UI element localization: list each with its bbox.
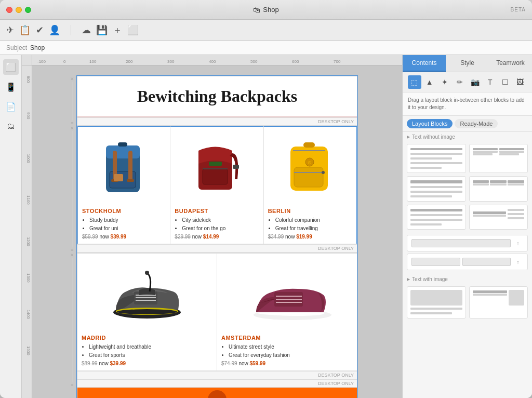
block-single-col[interactable]	[407, 144, 466, 173]
email-canvas: ✕ ≡ Bewitching Backpacks DESKTOP ONLY	[77, 76, 357, 398]
backpacks-section-wrapper: ✕ ≡	[77, 126, 357, 253]
app-icon: 🛍	[253, 6, 260, 14]
marker-lines-header: ≡	[71, 121, 73, 126]
maximize-button[interactable]	[25, 7, 31, 13]
block-img-right[interactable]	[469, 286, 528, 319]
feature-item: Great for travelling	[275, 224, 352, 233]
product-features-madrid: Lightweight and breathable Great for spo…	[82, 343, 212, 360]
blocks-grid-2	[403, 283, 532, 322]
toolbar-icons-2: ☁ 💾 ＋ ⬜	[82, 24, 139, 36]
ruler-tick: 600	[292, 59, 299, 64]
ruler-tick: 1300	[26, 273, 31, 283]
product-cell-budapest: BUDAPEST City sidekick Great for on the …	[170, 126, 263, 244]
product-name-berlin: BERLIN	[268, 208, 352, 214]
sidebar-doc-icon[interactable]: 📄	[3, 99, 19, 114]
blocks-grid-1	[403, 141, 532, 233]
amsterdam-shoe-svg	[241, 263, 334, 325]
marker-x-shoes[interactable]: ✕	[70, 253, 74, 258]
block-wide-left[interactable]	[407, 205, 466, 230]
title-bar: 🛍 Shop BETA	[0, 0, 532, 20]
tab-style[interactable]: Style	[446, 55, 489, 72]
email-title: Bewitching Backpacks	[88, 87, 347, 106]
close-button[interactable]	[6, 7, 12, 13]
svg-rect-19	[303, 142, 315, 148]
ruler-tick: 800	[26, 76, 31, 83]
tab-ready-made[interactable]: Ready-Made	[455, 119, 498, 128]
cloud-icon[interactable]: ☁	[82, 24, 91, 36]
svg-rect-12	[233, 165, 239, 169]
block-three-col[interactable]	[469, 176, 528, 202]
sidebar-desktop-icon[interactable]: ⬜	[3, 59, 19, 75]
check-icon[interactable]: ✔	[36, 24, 44, 36]
beta-badge: BETA	[511, 7, 526, 12]
tab-contents[interactable]: Contents	[403, 55, 446, 72]
blocks-grid-buttons: ↑ ↑	[403, 233, 532, 272]
block-full-text[interactable]	[407, 176, 466, 202]
product-cell-stockholm: STOCKHOLM Study buddy Great for uni $59.…	[77, 126, 170, 244]
marker-x-header[interactable]: ✕	[70, 76, 74, 82]
photo-icon-btn[interactable]: 📷	[468, 75, 482, 89]
subject-value[interactable]: Shop	[30, 44, 45, 51]
ruler-horizontal: -100 0 100 200 300 400 500 600 700	[32, 55, 402, 65]
add-icon[interactable]: ＋	[113, 24, 122, 36]
minimize-button[interactable]	[16, 7, 22, 13]
desktop-only-bar-4: DESKTOP ONLY	[77, 379, 357, 388]
navigation-icon[interactable]: ✈	[6, 24, 14, 36]
layers-icon[interactable]: 📋	[19, 24, 31, 36]
footer-graphic	[196, 389, 238, 399]
sidebar-layers-icon[interactable]: 🗂	[3, 118, 19, 134]
ruler-tick: 1500	[26, 346, 31, 355]
view-icon[interactable]: ⬜	[127, 24, 139, 36]
contact-icon[interactable]: 👤	[49, 24, 60, 36]
svg-rect-8	[114, 174, 123, 181]
sidebar-mobile-icon[interactable]: 📱	[3, 79, 19, 95]
box-icon-btn[interactable]: ☐	[498, 75, 512, 89]
section-label-text-with-image: Text with image	[403, 274, 532, 283]
canvas-scroll[interactable]: ✕ ≡ Bewitching Backpacks DESKTOP ONLY	[32, 65, 402, 398]
block-img-left[interactable]	[407, 286, 466, 319]
text-icon-btn[interactable]: T	[483, 75, 497, 89]
price-old: $59.99	[82, 234, 98, 240]
svg-point-28	[117, 309, 177, 314]
feature-item: Lightweight and breathable	[89, 343, 212, 351]
ruler-tick: 0	[63, 59, 65, 64]
feature-item: Great for on the go	[182, 224, 259, 233]
product-name-stockholm: STOCKHOLM	[82, 208, 166, 214]
tab-layout-blocks[interactable]: Layout Blocks	[407, 119, 453, 128]
budapest-bag-svg	[193, 138, 240, 197]
marker-lines-shoes: ≡	[71, 382, 73, 388]
price-new: $39.99	[110, 361, 126, 366]
brush-icon-btn[interactable]: ✏	[453, 75, 467, 89]
price-new: $14.99	[203, 234, 219, 240]
layout-icon-btn[interactable]: ⬚	[408, 75, 421, 89]
block-two-col[interactable]	[469, 144, 528, 173]
marker-x-bp[interactable]: ✕	[70, 126, 74, 131]
star-icon-btn[interactable]: ✦	[438, 75, 451, 89]
price-new: $59.99	[250, 361, 266, 366]
product-name-amsterdam: AMSTERDAM	[221, 335, 353, 341]
block-button-single[interactable]: ↑	[407, 235, 528, 251]
block-button-double[interactable]: ↑	[407, 254, 528, 270]
traffic-lights[interactable]	[6, 7, 31, 13]
toolbar-icons: ✈ 📋 ✔ 👤	[6, 24, 60, 36]
svg-point-29	[145, 271, 149, 275]
product-price-madrid: $89.99 now $39.99	[82, 361, 212, 366]
save-icon[interactable]: 💾	[96, 24, 108, 36]
ruler-tick: 200	[126, 59, 132, 64]
product-price-stockholm: $59.99 now $39.99	[82, 234, 166, 240]
stockholm-img	[82, 131, 166, 204]
product-features-budapest: City sidekick Great for on the go	[175, 216, 259, 233]
svg-rect-7	[118, 142, 127, 147]
tab-teamwork[interactable]: Teamwork	[489, 55, 532, 72]
email-header: Bewitching Backpacks	[77, 76, 357, 117]
image-icon-btn[interactable]: 🖼	[513, 75, 527, 89]
block-narrow-right[interactable]	[469, 205, 528, 230]
madrid-img	[82, 258, 212, 330]
svg-point-17	[322, 171, 325, 174]
svg-rect-10	[203, 169, 228, 184]
desktop-only-bar-3: DESKTOP ONLY	[77, 371, 357, 379]
shape-icon-btn[interactable]: ▲	[423, 75, 436, 89]
product-name-budapest: BUDAPEST	[175, 208, 259, 214]
amsterdam-img	[221, 258, 353, 330]
ruler-vertical: 800 900 1000 1100 1200 1300 1400 1500	[22, 65, 32, 398]
